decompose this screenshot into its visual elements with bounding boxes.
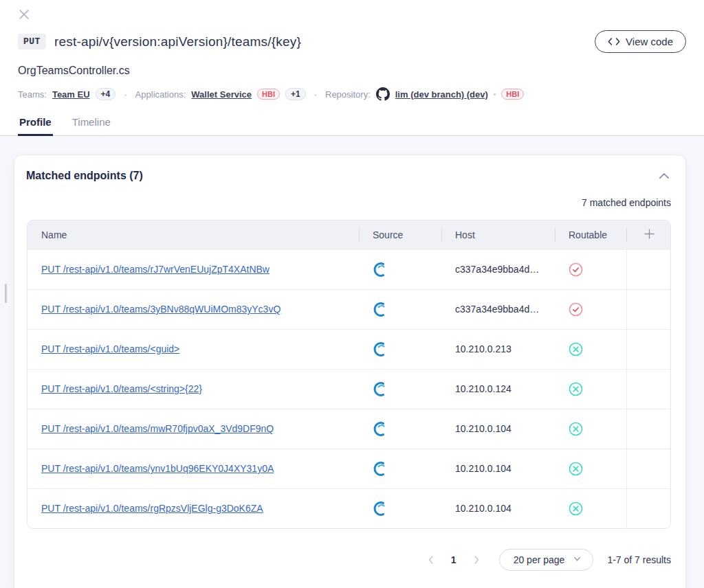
source-wave-logo-icon — [373, 302, 388, 317]
matched-count-caption: 7 matched endpoints — [26, 197, 671, 208]
endpoint-link[interactable]: PUT /rest-api/v1.0/teams/rgRpzsVljEGlg-g… — [41, 503, 263, 514]
column-header-routable[interactable]: Routable — [555, 220, 626, 249]
prev-page-icon[interactable] — [426, 555, 436, 565]
host-value: 10.210.0.104 — [455, 503, 512, 514]
repository-link[interactable]: lim (dev branch) (dev) — [395, 89, 488, 100]
tab-bar: Profile Timeline — [0, 111, 704, 136]
code-icon — [608, 36, 620, 47]
plus-icon — [644, 231, 655, 242]
matched-endpoints-card: Matched endpoints (7) 7 matched endpoint… — [14, 155, 686, 588]
extra-cell — [626, 409, 671, 449]
results-count-label: 1-7 of 7 results — [607, 554, 671, 565]
host-value: 10.210.0.124 — [455, 383, 512, 394]
applications-more-badge[interactable]: +1 — [285, 88, 306, 100]
per-page-select[interactable]: 20 per page — [499, 549, 594, 571]
teams-more-badge[interactable]: +4 — [96, 88, 116, 100]
routable-check-icon — [569, 302, 583, 317]
host-value: 10.210.0.104 — [455, 463, 512, 474]
page-scrollbar-thumb[interactable] — [5, 284, 7, 303]
teams-link[interactable]: Team EU — [52, 89, 90, 100]
routable-check-icon — [569, 262, 583, 277]
close-icon[interactable] — [18, 8, 30, 21]
source-wave-logo-icon — [373, 461, 388, 477]
mini-separator: • — [494, 91, 496, 98]
endpoint-header: PUT rest-api/v{version:apiVersion}/teams… — [0, 0, 704, 111]
endpoint-link[interactable]: PUT /rest-api/v1.0/teams/3yBNv88qWUiMOm8… — [41, 304, 280, 315]
table-row: PUT /rest-api/v1.0/teams/mwR70fjpv0aX_3V… — [28, 409, 671, 449]
source-wave-logo-icon — [373, 421, 388, 437]
main-content: Matched endpoints (7) 7 matched endpoint… — [0, 136, 704, 588]
page-number[interactable]: 1 — [446, 554, 462, 565]
tab-timeline[interactable]: Timeline — [71, 111, 112, 136]
meta-row: Teams: Team EU +4 · Applications: Wallet… — [18, 87, 686, 111]
extra-cell — [626, 449, 671, 488]
host-value: 10.210.0.104 — [455, 423, 512, 434]
card-title: Matched endpoints (7) — [26, 170, 143, 182]
applications-label: Applications: — [135, 89, 186, 100]
collapse-chevron-up-icon[interactable] — [657, 169, 671, 183]
applications-link[interactable]: Wallet Service — [191, 89, 252, 100]
tab-profile[interactable]: Profile — [18, 111, 53, 136]
view-code-button[interactable]: View code — [595, 30, 686, 53]
controller-filename: OrgTeamsController.cs — [18, 65, 686, 77]
endpoint-link[interactable]: PUT /rest-api/v1.0/teams/ynv1bUq96EKY0J4… — [41, 463, 274, 474]
extra-cell — [626, 329, 671, 369]
column-header-source[interactable]: Source — [359, 220, 441, 249]
routable-cross-icon — [569, 342, 583, 357]
table-row: PUT /rest-api/v1.0/teams/3yBNv88qWUiMOm8… — [28, 289, 671, 329]
table-row: PUT /rest-api/v1.0/teams/rJ7wrVenEUujZpT… — [28, 249, 671, 289]
routable-cross-icon — [569, 501, 583, 516]
teams-label: Teams: — [18, 89, 47, 100]
separator: · — [121, 89, 129, 100]
repository-label: Repository: — [325, 89, 371, 100]
github-icon — [376, 87, 390, 101]
host-value: c337a34e9bba4d… — [455, 304, 539, 315]
table-row: PUT /rest-api/v1.0/teams/ynv1bUq96EKY0J4… — [28, 449, 671, 488]
extra-cell — [626, 369, 671, 409]
routable-cross-icon — [569, 382, 583, 396]
endpoints-table-body: PUT /rest-api/v1.0/teams/rJ7wrVenEUujZpT… — [28, 249, 671, 528]
chevron-down-icon — [573, 554, 582, 565]
table-row: PUT /rest-api/v1.0/teams/<guid> 10.210.0… — [28, 329, 671, 369]
next-page-icon[interactable] — [472, 555, 481, 565]
table-row: PUT /rest-api/v1.0/teams/<string>{22} 10… — [28, 369, 671, 409]
endpoint-link[interactable]: PUT /rest-api/v1.0/teams/<guid> — [41, 343, 179, 354]
source-wave-logo-icon — [373, 262, 388, 278]
add-column-button[interactable] — [626, 220, 671, 249]
table-row: PUT /rest-api/v1.0/teams/rgRpzsVljEGlg-g… — [28, 488, 671, 528]
routable-cross-icon — [569, 422, 583, 436]
pagination: 1 20 per page 1-7 of 7 results — [26, 549, 671, 571]
column-header-name[interactable]: Name — [28, 220, 359, 249]
view-code-label: View code — [626, 36, 673, 47]
endpoints-table: Name Source Host Routable PUT /rest-api/… — [27, 220, 671, 529]
source-wave-logo-icon — [373, 341, 388, 357]
source-wave-logo-icon — [373, 501, 388, 517]
endpoint-link[interactable]: PUT /rest-api/v1.0/teams/<string>{22} — [41, 383, 202, 394]
repository-hbi-badge: HBI — [501, 89, 524, 100]
applications-hbi-badge: HBI — [257, 89, 280, 100]
separator: · — [311, 89, 320, 100]
host-value: c337a34e9bba4d… — [455, 264, 539, 275]
extra-cell — [626, 488, 671, 528]
host-value: 10.210.0.213 — [455, 343, 512, 354]
endpoint-link[interactable]: PUT /rest-api/v1.0/teams/rJ7wrVenEUujZpT… — [41, 264, 270, 275]
extra-cell — [626, 289, 671, 329]
routable-cross-icon — [569, 462, 583, 476]
http-method-badge: PUT — [18, 34, 46, 49]
extra-cell — [626, 249, 671, 289]
endpoint-path: rest-api/v{version:apiVersion}/teams/{ke… — [54, 34, 301, 49]
endpoint-link[interactable]: PUT /rest-api/v1.0/teams/mwR70fjpv0aX_3V… — [41, 423, 274, 434]
table-header-row: Name Source Host Routable — [28, 220, 671, 249]
source-wave-logo-icon — [373, 381, 388, 397]
column-header-host[interactable]: Host — [441, 220, 555, 249]
per-page-value: 20 per page — [514, 554, 565, 565]
